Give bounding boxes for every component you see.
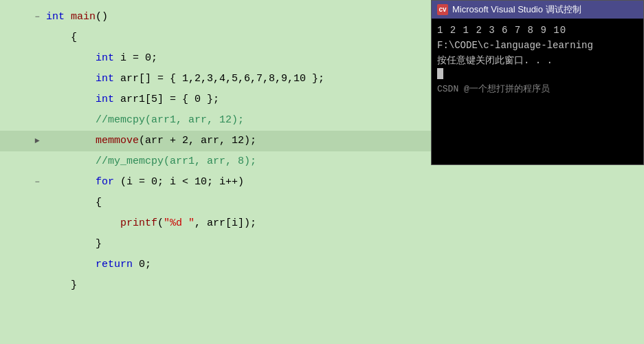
code-line-13: return 0;: [0, 255, 644, 275]
console-title: Microsoft Visual Studio 调试控制: [452, 3, 581, 16]
code-line-10: {: [0, 193, 644, 213]
code-content-14: }: [43, 276, 644, 295]
code-line-14: }: [0, 275, 644, 296]
code-line-9: − for (i = 0; i < 10; i++): [0, 172, 644, 193]
code-content-13: return 0;: [43, 255, 644, 275]
console-cursor-line: [437, 68, 638, 79]
console-titlebar: cv Microsoft Visual Studio 调试控制: [432, 1, 643, 19]
fold-btn-9[interactable]: −: [31, 173, 43, 192]
code-content-9: for (i = 0; i < 10; i++): [43, 173, 644, 192]
console-body: 1 2 1 2 3 6 7 8 9 10 F:\CODE\c-language-…: [432, 19, 643, 101]
vs-icon: cv: [437, 4, 448, 15]
console-cursor: [437, 68, 443, 79]
code-content-10: {: [43, 193, 644, 213]
fold-btn-7: ►: [31, 131, 43, 151]
code-editor: − int main() { int i = 0; int arr[] = { …: [0, 0, 644, 344]
console-path: F:\CODE\c-language-learning: [437, 38, 638, 53]
code-line-11: printf("%d ", arr[i]);: [0, 213, 644, 234]
console-window: cv Microsoft Visual Studio 调试控制 1 2 1 2 …: [431, 0, 644, 165]
console-output: 1 2 1 2 3 6 7 8 9 10: [437, 23, 638, 38]
fold-btn-1[interactable]: −: [31, 8, 43, 27]
code-content-11: printf("%d ", arr[i]);: [43, 214, 644, 233]
code-content-12: }: [43, 235, 644, 254]
console-attribution: CSDN @一个想打拼的程序员: [437, 82, 638, 97]
code-line-12: }: [0, 234, 644, 255]
console-message: 按任意键关闭此窗口. . .: [437, 53, 638, 68]
